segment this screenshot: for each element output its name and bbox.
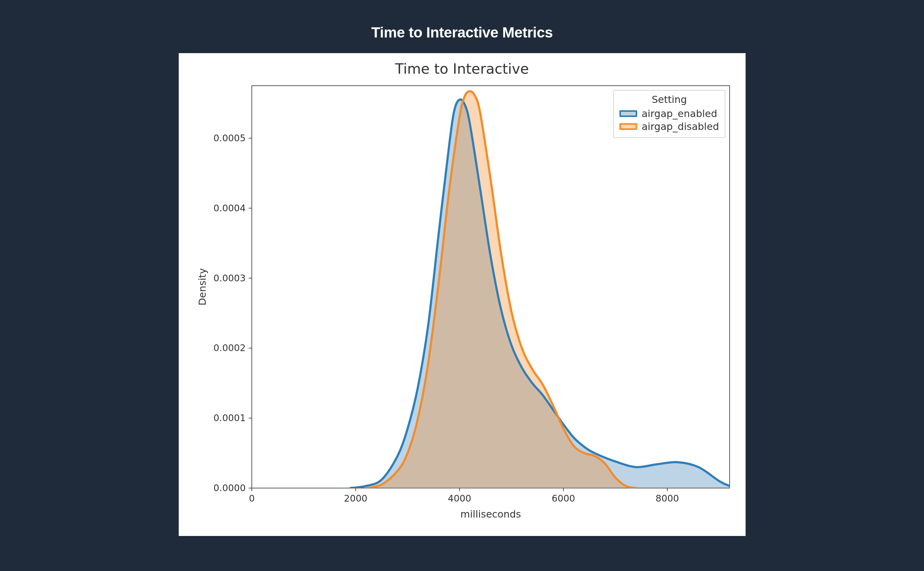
plot-area: 02000400060008000milliseconds0.00000.000… [187,80,737,528]
chart-card: Time to Interactive 02000400060008000mil… [179,53,745,536]
y-axis-label: Density [197,268,208,306]
density-chart: 02000400060008000milliseconds0.00000.000… [187,80,737,528]
legend-label: airgap_enabled [642,108,717,119]
x-tick-label: 6000 [551,493,575,504]
chart-legend: Setting airgap_enabledairgap_disabled [613,90,725,138]
page-heading: Time to Interactive Metrics [0,0,924,53]
x-tick-label: 0 [249,493,254,504]
y-tick-label: 0.0000 [213,483,246,493]
legend-swatch-airgap_disabled [619,123,637,130]
x-tick-label: 2000 [344,493,367,504]
y-tick-label: 0.0005 [213,133,246,144]
x-tick-label: 8000 [655,493,679,504]
legend-entry-airgap_enabled: airgap_enabled [619,107,719,120]
chart-title: Time to Interactive [187,60,737,80]
y-tick-label: 0.0001 [213,412,246,423]
y-tick-label: 0.0004 [213,203,246,213]
legend-label: airgap_disabled [642,121,719,133]
legend-swatch-airgap_enabled [619,110,637,117]
legend-title: Setting [619,94,719,107]
y-tick-label: 0.0002 [213,343,246,353]
x-axis-label: milliseconds [460,508,521,520]
y-tick-label: 0.0003 [213,273,246,284]
legend-entry-airgap_disabled: airgap_disabled [619,120,719,133]
x-tick-label: 4000 [448,493,471,504]
